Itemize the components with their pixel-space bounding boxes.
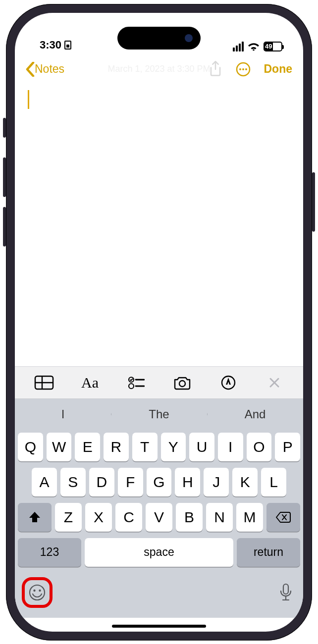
emoji-keyboard-button[interactable] (22, 577, 53, 608)
key-j[interactable]: J (204, 468, 229, 496)
return-key[interactable]: return (237, 538, 300, 567)
text-format-icon[interactable]: Aa (67, 374, 113, 391)
backspace-key[interactable] (266, 503, 300, 532)
key-f[interactable]: F (118, 468, 143, 496)
suggestion-3[interactable]: And (207, 407, 303, 421)
key-t[interactable]: T (132, 433, 158, 461)
done-button[interactable]: Done (264, 62, 293, 76)
svg-point-1 (239, 68, 241, 70)
key-r[interactable]: R (104, 433, 129, 461)
battery-percent: 49 (265, 43, 273, 50)
phone-frame: 3:30 49 March 1, 2023 at 3:30 PM N (6, 4, 312, 641)
text-cursor (28, 90, 29, 109)
key-z[interactable]: Z (55, 503, 82, 532)
checklist-icon[interactable] (113, 376, 159, 390)
note-editor[interactable] (15, 84, 303, 366)
svg-point-3 (245, 68, 247, 70)
table-icon[interactable] (21, 375, 67, 390)
numeric-key[interactable]: 123 (18, 538, 81, 567)
status-time: 3:30 (40, 39, 61, 51)
power-button (312, 172, 315, 232)
camera-icon[interactable] (159, 375, 205, 390)
key-e[interactable]: E (75, 433, 100, 461)
back-label: Notes (35, 62, 64, 76)
key-y[interactable]: Y (161, 433, 186, 461)
shift-key[interactable] (18, 503, 52, 532)
key-row-3: Z X C V B N M (18, 503, 300, 532)
suggestion-1[interactable]: I (15, 407, 111, 421)
dynamic-island (117, 27, 201, 50)
keyboard-bottom-row (15, 573, 303, 608)
key-o[interactable]: O (247, 433, 272, 461)
svg-rect-16 (283, 584, 288, 594)
volume-up-button (3, 157, 6, 197)
screen: 3:30 49 March 1, 2023 at 3:30 PM N (15, 13, 303, 632)
key-s[interactable]: S (60, 468, 86, 496)
key-w[interactable]: W (47, 433, 72, 461)
key-n[interactable]: N (206, 503, 233, 532)
share-icon[interactable] (209, 61, 222, 78)
volume-down-button (3, 207, 6, 247)
battery-icon: 49 (264, 42, 282, 51)
suggestion-2[interactable]: The (111, 407, 207, 421)
markup-icon[interactable] (205, 375, 251, 391)
wifi-icon (248, 42, 260, 51)
key-i[interactable]: I (218, 433, 243, 461)
suggestion-bar: I The And (15, 399, 303, 430)
space-key[interactable]: space (85, 538, 233, 567)
key-a[interactable]: A (32, 468, 57, 496)
back-button[interactable]: Notes (26, 62, 64, 77)
key-k[interactable]: K (232, 468, 258, 496)
annotation-highlight (22, 577, 53, 608)
key-b[interactable]: B (176, 503, 203, 532)
svg-point-2 (242, 68, 244, 70)
more-icon[interactable] (235, 61, 251, 77)
cellular-icon (233, 42, 244, 51)
key-q[interactable]: Q (18, 433, 43, 461)
key-x[interactable]: X (85, 503, 112, 532)
key-u[interactable]: U (189, 433, 214, 461)
dictation-icon[interactable] (279, 583, 292, 602)
key-p[interactable]: P (275, 433, 300, 461)
close-icon[interactable] (251, 377, 297, 389)
svg-point-11 (179, 381, 185, 387)
home-indicator[interactable] (15, 618, 303, 632)
key-l[interactable]: L (261, 468, 286, 496)
notes-toolbar: Aa (15, 366, 303, 399)
keyboard: I The And Q W E R T Y U I O P A (15, 399, 303, 618)
key-g[interactable]: G (147, 468, 172, 496)
key-d[interactable]: D (89, 468, 114, 496)
svg-point-9 (129, 384, 134, 389)
nav-bar: March 1, 2023 at 3:30 PM Notes Done (15, 54, 303, 84)
sim-icon (64, 41, 71, 50)
key-row-2: A S D F G H J K L (18, 468, 300, 496)
key-c[interactable]: C (115, 503, 142, 532)
key-row-1: Q W E R T Y U I O P (18, 433, 300, 461)
key-h[interactable]: H (175, 468, 200, 496)
key-v[interactable]: V (146, 503, 172, 532)
mute-switch (3, 118, 6, 138)
key-m[interactable]: M (236, 503, 263, 532)
key-row-4: 123 space return (18, 538, 300, 567)
